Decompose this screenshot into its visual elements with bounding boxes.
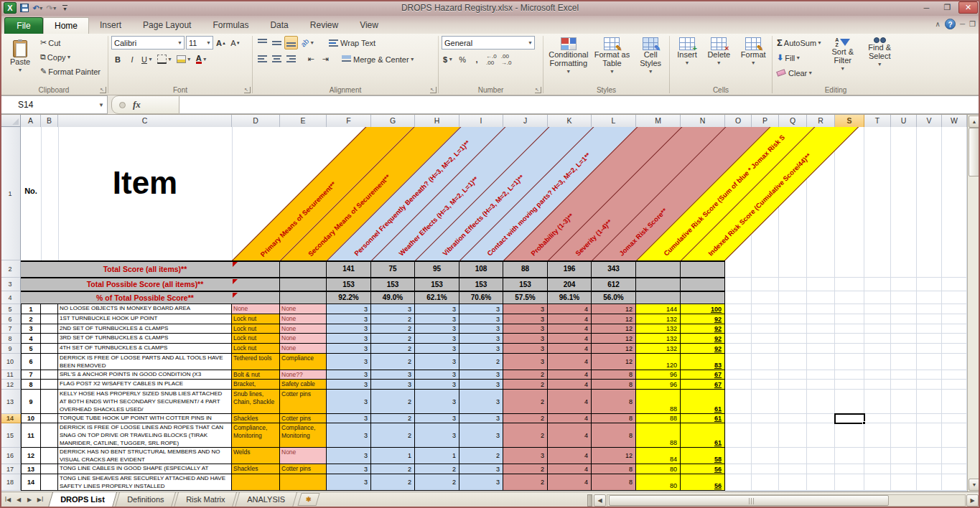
cell-M6[interactable]: 132: [636, 314, 681, 324]
cell-K18[interactable]: 4: [548, 474, 592, 491]
row-header-7[interactable]: 7: [0, 324, 21, 334]
cell-D16[interactable]: Welds: [232, 448, 280, 464]
cell-N12[interactable]: 67: [681, 380, 725, 390]
shrink-font-button[interactable]: A▼: [229, 36, 242, 50]
cell-C12[interactable]: FLAG POST X2 W/SAFETY CABLES IN PLACE: [58, 380, 232, 390]
cell-C6[interactable]: 1ST TURNBUCKLE HOOK UP POINT: [58, 314, 232, 324]
cell-E13[interactable]: Cotter pins: [280, 390, 327, 414]
scroll-left-button[interactable]: ◀: [594, 494, 606, 507]
cell-K10[interactable]: 4: [548, 354, 592, 370]
wrap-text-button[interactable]: Wrap Text: [327, 36, 377, 50]
name-box-dropdown-icon[interactable]: ▼: [98, 102, 104, 108]
cell-J2[interactable]: 88: [503, 260, 548, 278]
cell-M17[interactable]: 80: [636, 464, 681, 474]
comma-button[interactable]: ,: [470, 52, 483, 66]
clear-button[interactable]: Clear▼: [775, 66, 823, 80]
italic-button[interactable]: I: [126, 52, 139, 66]
last-sheet-button[interactable]: ▶Ⅰ: [35, 494, 45, 504]
cell-C7[interactable]: 2ND SET OF TURNBUCKLES & CLAMPS: [58, 324, 232, 334]
cell-F17[interactable]: 3: [327, 464, 371, 474]
cell-K15[interactable]: 4: [548, 423, 592, 448]
cell-L5[interactable]: 12: [592, 304, 636, 314]
cell-F13[interactable]: 3: [327, 390, 371, 414]
cell-G3[interactable]: 153: [371, 278, 415, 291]
cell-M11[interactable]: 96: [636, 370, 681, 380]
column-header-A[interactable]: A: [21, 115, 41, 127]
cell-K14[interactable]: 4: [548, 414, 592, 423]
cell-K11[interactable]: 4: [548, 370, 592, 380]
cell-J15[interactable]: 2: [503, 423, 548, 448]
cell-J3[interactable]: 153: [503, 278, 548, 291]
cell-K6[interactable]: 4: [548, 314, 592, 324]
cell-B7[interactable]: [41, 324, 58, 334]
cell-L17[interactable]: 8: [592, 464, 636, 474]
cell-B9[interactable]: [41, 344, 58, 354]
cell-I18[interactable]: 3: [459, 474, 503, 491]
name-box[interactable]: S14▼: [0, 95, 108, 114]
cell-A13[interactable]: 9: [21, 390, 41, 414]
clipboard-dialog-launcher[interactable]: ↘: [100, 87, 106, 93]
cell-H14[interactable]: 3: [415, 414, 459, 423]
cell-J13[interactable]: 2: [503, 390, 548, 414]
cell-G14[interactable]: 2: [371, 414, 415, 423]
redo-button[interactable]: ↷▼: [46, 2, 57, 14]
cell-A15[interactable]: 11: [21, 423, 41, 448]
underline-button[interactable]: U▼: [140, 52, 154, 66]
cell-A6[interactable]: 2: [21, 314, 41, 324]
cell-D3[interactable]: [232, 278, 280, 291]
cell-F6[interactable]: 3: [327, 314, 371, 324]
row-header-17[interactable]: 17: [0, 464, 21, 474]
selected-cell-S14[interactable]: [834, 413, 865, 424]
cell-G13[interactable]: 2: [371, 390, 415, 414]
cell-N18[interactable]: 56: [681, 474, 725, 491]
cell-N2[interactable]: [681, 260, 725, 278]
cell-G12[interactable]: 3: [371, 380, 415, 390]
cell-B5[interactable]: [41, 304, 58, 314]
cell-C8[interactable]: 3RD SET OF TURNBUCKLES & CLAMPS: [58, 334, 232, 344]
column-header-U[interactable]: U: [891, 115, 917, 127]
cell-J11[interactable]: 2: [503, 370, 548, 380]
cell-H7[interactable]: 3: [415, 324, 459, 334]
formula-input[interactable]: [179, 95, 980, 114]
cell-H12[interactable]: 3: [415, 380, 459, 390]
cell-E10[interactable]: Compliance: [280, 354, 327, 370]
cell-G10[interactable]: 2: [371, 354, 415, 370]
number-format-combo[interactable]: General▼: [442, 36, 535, 50]
cell-E14[interactable]: Cotter pins: [280, 414, 327, 423]
cell-I8[interactable]: 3: [459, 334, 503, 344]
cell-D6[interactable]: Lock nut: [232, 314, 280, 324]
cell-J5[interactable]: 3: [503, 304, 548, 314]
cell-L18[interactable]: 8: [592, 474, 636, 491]
cell-F14[interactable]: 3: [327, 414, 371, 423]
column-header-P[interactable]: P: [752, 115, 779, 127]
cut-button[interactable]: ✂ Cut: [39, 36, 102, 50]
excel-logo-icon[interactable]: X: [4, 2, 17, 14]
cell-I13[interactable]: 3: [459, 390, 503, 414]
cell-N5[interactable]: 100: [681, 304, 725, 314]
maximize-button[interactable]: ❐: [938, 1, 957, 14]
cell-M5[interactable]: 144: [636, 304, 681, 314]
cell-N6[interactable]: 92: [681, 314, 725, 324]
cell-M12[interactable]: 96: [636, 380, 681, 390]
cell-A11[interactable]: 7: [21, 370, 41, 380]
cell-A14[interactable]: 10: [21, 414, 41, 423]
cell-G16[interactable]: 1: [371, 448, 415, 464]
column-header-D[interactable]: D: [232, 115, 280, 127]
cell-F4[interactable]: 92.2%: [327, 291, 371, 304]
cell-H11[interactable]: 3: [415, 370, 459, 380]
cell-D15[interactable]: Compliance, Monitoring: [232, 423, 280, 448]
percent-button[interactable]: %: [456, 52, 469, 66]
cell-N10[interactable]: 83: [681, 354, 725, 370]
cell-E8[interactable]: None: [280, 334, 327, 344]
row-header-15[interactable]: 15: [0, 423, 21, 448]
cell-M10[interactable]: 120: [636, 354, 681, 370]
align-left-button[interactable]: [256, 52, 269, 66]
cell-K13[interactable]: 4: [548, 390, 592, 414]
cell-H6[interactable]: 3: [415, 314, 459, 324]
cell-D12[interactable]: Bracket,: [232, 380, 280, 390]
cell-F7[interactable]: 3: [327, 324, 371, 334]
scroll-down-button[interactable]: ▼: [969, 479, 980, 491]
cell-F10[interactable]: 3: [327, 354, 371, 370]
horizontal-scrollbar[interactable]: [607, 494, 966, 507]
cell-L11[interactable]: 8: [592, 370, 636, 380]
